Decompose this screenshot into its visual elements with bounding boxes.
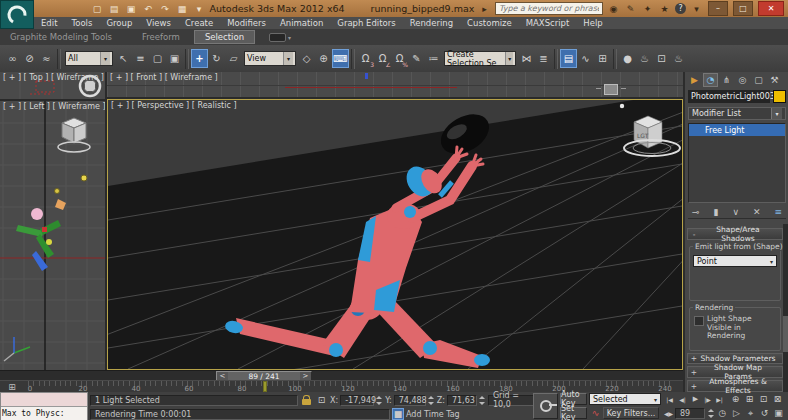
maximize-viewport-toggle-icon[interactable]: ▣ <box>772 407 785 419</box>
select-and-rotate-icon[interactable]: ↻ <box>208 49 225 68</box>
next-frame-arrow[interactable]: > <box>300 372 311 380</box>
top-viewport-label[interactable]: [ + ] [ Top ] [ Wireframe ] <box>3 73 104 82</box>
redo-icon[interactable]: ↷ <box>158 3 172 15</box>
curve-editor-icon[interactable]: ∿ <box>577 49 594 68</box>
previous-frame-icon[interactable]: ◀| <box>676 393 689 405</box>
tab-motion-icon[interactable]: ◎ <box>735 73 750 87</box>
modifier-list-dropdown[interactable]: Modifier List ▾ <box>688 107 786 120</box>
window-crossing-icon[interactable]: ▣ <box>166 49 183 68</box>
viewport-top[interactable]: [ + ] [ Top ] [ Wireframe ] <box>0 72 105 99</box>
edit-named-selection-icon[interactable]: ≔ <box>425 49 442 68</box>
help-icon[interactable]: ? <box>675 3 686 14</box>
menu-views[interactable]: Views <box>139 18 178 28</box>
infocenter-search-input[interactable] <box>495 2 603 15</box>
light-shape-visible-checkbox-row[interactable]: Light Shape Visible in Rendering <box>692 314 778 344</box>
open-file-icon[interactable]: ▤ <box>107 3 121 15</box>
key-mode-toggle-icon[interactable]: ◀▶ <box>662 407 675 419</box>
schematic-view-icon[interactable]: ⊞ <box>594 49 611 68</box>
time-tag-icon[interactable]: ■ <box>392 408 404 420</box>
tab-modify-icon[interactable]: ◔ <box>703 73 718 87</box>
go-to-start-icon[interactable]: |◀ <box>663 393 676 405</box>
menu-edit[interactable]: Edit <box>34 18 64 28</box>
ribbon-tab-freeform[interactable]: Freeform <box>132 32 190 42</box>
object-name-field[interactable]: PhotometricLight003 <box>688 90 770 103</box>
menu-tools[interactable]: Tools <box>64 18 99 28</box>
current-frame-field[interactable]: 89 <box>675 408 705 419</box>
y-spinner[interactable] <box>428 395 435 406</box>
render-production-icon[interactable]: ♨ <box>670 49 687 68</box>
layer-manager-icon[interactable]: ▤ <box>560 49 577 68</box>
emit-shape-dropdown[interactable]: Point ▾ <box>693 255 777 267</box>
menu-modifiers[interactable]: Modifiers <box>220 18 273 28</box>
communication-center-icon[interactable]: ✦ <box>641 4 654 14</box>
align-icon[interactable]: ≣ <box>535 49 552 68</box>
rendered-frame-icon[interactable]: ⊡ <box>653 49 670 68</box>
set-key-button[interactable]: Set Key <box>560 407 587 419</box>
minimize-button[interactable]: – <box>708 1 728 16</box>
save-file-icon[interactable]: ▣ <box>124 3 138 15</box>
qat-caret-icon[interactable]: ▾ <box>192 3 206 15</box>
ribbon-minimize-control[interactable]: ▾ <box>269 33 291 42</box>
select-and-scale-icon[interactable]: ▱ <box>225 49 242 68</box>
panel-scrollbar[interactable] <box>783 224 788 392</box>
modifier-stack[interactable]: Free Light <box>688 123 786 203</box>
time-configuration-icon[interactable]: ◷ <box>716 407 729 419</box>
x-spinner[interactable] <box>376 395 383 406</box>
mini-curve-editor-icon[interactable]: ⊞ <box>4 381 20 392</box>
menu-graph-editors[interactable]: Graph Editors <box>330 18 402 28</box>
named-selection-dropdown[interactable]: Create Selection Se ▾ <box>444 51 516 66</box>
use-pivot-center-icon[interactable]: ◇ <box>298 49 315 68</box>
menu-maxscript[interactable]: MAXScript <box>519 18 577 28</box>
select-and-manipulate-icon[interactable]: ⊕ <box>315 49 332 68</box>
app-logo[interactable] <box>0 0 34 29</box>
select-and-link-icon[interactable]: ∞ <box>4 49 21 68</box>
project-folder-icon[interactable]: ▦ <box>175 3 189 15</box>
rollout-atmospheres-effects[interactable]: + Atmospheres & Effects <box>687 380 783 392</box>
viewport-front[interactable]: [ + ] [ Front ] [ Wireframe ] <box>107 72 683 97</box>
viewport-left[interactable]: [ + ] [ Left ] [ Wireframe ] <box>0 101 105 370</box>
set-key-toggle-button[interactable] <box>533 393 558 419</box>
show-end-result-icon[interactable]: ▮ <box>714 207 719 217</box>
spinner-snap-icon[interactable]: ✎ <box>408 49 425 68</box>
z-spinner[interactable] <box>479 395 486 406</box>
unlink-selection-icon[interactable]: ⊘ <box>21 49 38 68</box>
scrollbar-thumb[interactable] <box>783 316 788 352</box>
maxscript-mini-listener[interactable]: Max to Physc: <box>0 392 88 420</box>
select-and-move-icon[interactable]: + <box>191 49 208 68</box>
field-of-view-icon[interactable]: ▷ <box>730 407 743 419</box>
reference-coordinate-dropdown[interactable]: View ▾ <box>244 51 296 66</box>
viewport-divider-handle[interactable] <box>604 84 618 95</box>
menu-group[interactable]: Group <box>99 18 139 28</box>
mirror-icon[interactable]: ⋈ <box>518 49 535 68</box>
object-color-swatch[interactable] <box>773 90 786 103</box>
search-go-icon[interactable]: ▸ <box>478 4 491 14</box>
tab-utilities-icon[interactable]: ⚒ <box>767 73 782 87</box>
search-icon[interactable]: ◉ <box>607 4 620 14</box>
pan-view-icon[interactable]: ⌖ <box>744 407 757 419</box>
key-filters-button[interactable]: Key Filters... <box>603 407 659 419</box>
undo-icon[interactable]: ↶ <box>141 3 155 15</box>
material-editor-icon[interactable]: ● <box>619 49 636 68</box>
frame-spinner[interactable] <box>708 408 715 419</box>
selection-filter-dropdown[interactable]: All ▾ <box>65 51 113 66</box>
menu-help[interactable]: Help <box>576 18 609 28</box>
remove-modifier-icon[interactable]: ✕ <box>753 207 761 217</box>
key-curve-icon[interactable]: ∿ <box>589 407 602 419</box>
tab-hierarchy-icon[interactable]: ⋔ <box>719 73 734 87</box>
time-slider-track[interactable]: < 89 / 241 > <box>0 370 683 380</box>
help-caret-icon[interactable]: ▾ <box>690 4 703 14</box>
stack-item-free-light[interactable]: Free Light <box>689 124 785 136</box>
x-coordinate-field[interactable]: -17,949 <box>340 395 374 406</box>
left-viewport-label[interactable]: [ + ] [ Left ] [ Wireframe ] <box>3 102 105 111</box>
angle-snap-icon[interactable]: Ω∠ <box>374 49 391 68</box>
select-object-icon[interactable]: ↖ <box>115 49 132 68</box>
front-viewport-label[interactable]: [ + ] [ Front ] [ Wireframe ] <box>110 73 218 82</box>
menu-create[interactable]: Create <box>178 18 220 28</box>
close-button[interactable]: ✕ <box>758 1 784 16</box>
make-unique-icon[interactable]: ∨ <box>732 207 739 217</box>
render-setup-icon[interactable]: ♨ <box>636 49 653 68</box>
percent-snap-icon[interactable]: Ω% <box>391 49 408 68</box>
subscription-icon[interactable]: ✎ <box>624 4 637 14</box>
prev-frame-arrow[interactable]: < <box>217 372 228 380</box>
new-file-icon[interactable]: ▢ <box>90 3 104 15</box>
